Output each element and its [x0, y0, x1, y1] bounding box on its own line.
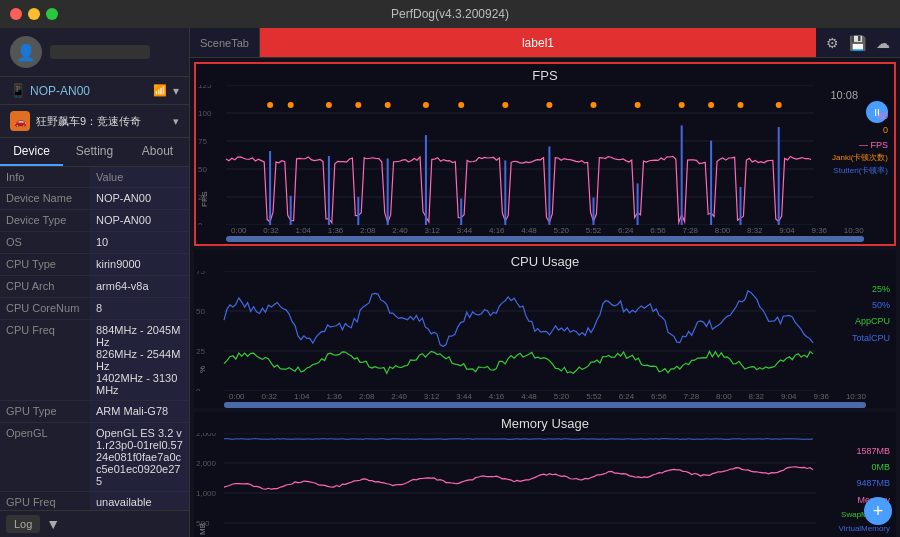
info-value: NOP-AN00: [90, 210, 189, 231]
info-label: CPU CoreNum: [0, 298, 90, 319]
xaxis-tick: 8:32: [747, 226, 763, 235]
device-dropdown-icon[interactable]: ▾: [173, 84, 179, 98]
xaxis-tick: 2:40: [391, 392, 407, 401]
memory-chart-area: MB 1587MB 0MB 9487MB Memory SwapMemory V…: [194, 433, 896, 537]
close-button[interactable]: [10, 8, 22, 20]
xaxis-tick: 4:48: [521, 226, 537, 235]
info-value: kirin9000: [90, 254, 189, 275]
info-label: OpenGL: [0, 423, 90, 491]
xaxis-tick: 4:48: [521, 392, 537, 401]
tab-device[interactable]: Device: [0, 138, 63, 166]
xaxis-tick: 10:30: [844, 226, 864, 235]
table-row: CPU CoreNum 8: [0, 298, 189, 320]
app-name: 狂野飙车9：竞速传奇: [36, 114, 141, 129]
xaxis-tick: 1:04: [296, 226, 312, 235]
app-icon: 🚗: [10, 111, 30, 131]
xaxis-tick: 2:08: [360, 226, 376, 235]
minimize-button[interactable]: [28, 8, 40, 20]
xaxis-tick: 3:12: [424, 392, 440, 401]
table-row: OS 10: [0, 232, 189, 254]
main-container: 👤 📱 NOP-AN00 📶 ▾ 🚗 狂野飙车9：竞速传奇 ▾ Device: [0, 28, 900, 537]
xaxis-tick: 5:52: [586, 226, 602, 235]
xaxis-tick: 2:08: [359, 392, 375, 401]
save-icon[interactable]: 💾: [849, 35, 866, 51]
device-selector[interactable]: 📱 NOP-AN00 📶 ▾: [0, 77, 189, 105]
info-col-header: Info: [0, 167, 90, 187]
settings-icon[interactable]: ⚙: [826, 35, 839, 51]
maximize-button[interactable]: [46, 8, 58, 20]
info-value: OpenGL ES 3.2 v1.r23p0-01rel0.5724e081f0…: [90, 423, 189, 491]
xaxis-tick: 7:28: [684, 392, 700, 401]
fps-legend-jank: Janki(卡顿次数): [832, 152, 888, 165]
app-info: 🚗 狂野飙车9：竞速传奇: [10, 111, 141, 131]
log-button[interactable]: Log: [6, 515, 40, 533]
fps-legend-fps: — FPS: [832, 138, 888, 152]
xaxis-tick: 0:32: [261, 392, 277, 401]
memory-chart-title: Memory Usage: [194, 412, 896, 433]
fps-yaxis-label: FPS: [200, 87, 209, 207]
info-value: arm64-v8a: [90, 276, 189, 297]
table-row: CPU Type kirin9000: [0, 254, 189, 276]
wifi-icon: 📶: [153, 84, 167, 97]
fps-xaxis: 0:000:321:041:362:082:403:123:444:164:48…: [196, 225, 894, 236]
mem-value3: 9487MB: [839, 475, 890, 491]
cpu-value2: 50%: [852, 297, 890, 313]
tab-setting[interactable]: Setting: [63, 138, 126, 166]
xaxis-tick: 5:52: [586, 392, 602, 401]
value-col-header: Value: [90, 167, 189, 187]
memory-chart-wrapper: Memory Usage MB 1587MB 0MB 9487MB Memory…: [194, 412, 896, 537]
cpu-legend-total: TotalCPU: [852, 330, 890, 346]
sidebar-bottom: Log ▼: [0, 510, 189, 537]
info-value: 884MHz - 2045MHz 826MHz - 2544MHz 1402MH…: [90, 320, 189, 400]
tab-about[interactable]: About: [126, 138, 189, 166]
xaxis-tick: 6:24: [619, 392, 635, 401]
info-value: unavailable: [90, 492, 189, 510]
xaxis-tick: 6:56: [651, 392, 667, 401]
app-selector[interactable]: 🚗 狂野飙车9：竞速传奇 ▾: [0, 105, 189, 138]
cpu-scrollbar-thumb[interactable]: [224, 402, 866, 408]
cpu-yaxis-label: %: [198, 273, 207, 373]
xaxis-tick: 8:00: [716, 392, 732, 401]
fps-scrollbar-thumb[interactable]: [226, 236, 864, 242]
xaxis-tick: 8:00: [715, 226, 731, 235]
xaxis-tick: 0:32: [263, 226, 279, 235]
xaxis-tick: 3:12: [425, 226, 441, 235]
mem-value1: 1587MB: [839, 443, 890, 459]
xaxis-tick: 3:44: [457, 226, 473, 235]
xaxis-tick: 9:36: [812, 226, 828, 235]
xaxis-tick: 5:20: [554, 226, 570, 235]
scene-tab-active[interactable]: label1: [260, 28, 816, 57]
avatar: 👤: [10, 36, 42, 68]
fps-chart-area: 10:08 ⏸ FPS 60 0 — FPS Janki(卡顿次数) Stutt…: [196, 85, 894, 225]
app-dropdown-icon[interactable]: ▾: [173, 115, 179, 128]
cpu-legend: 25% 50% AppCPU TotalCPU: [852, 281, 890, 346]
info-label: GPU Type: [0, 401, 90, 422]
sidebar-tabs: Device Setting About: [0, 138, 189, 167]
info-label: GPU Freq: [0, 492, 90, 510]
xaxis-tick: 2:40: [392, 226, 408, 235]
cpu-scrollbar[interactable]: [224, 402, 866, 408]
xaxis-tick: 3:44: [456, 392, 472, 401]
info-label: CPU Freq: [0, 320, 90, 400]
table-row: CPU Freq 884MHz - 2045MHz 826MHz - 2544M…: [0, 320, 189, 401]
device-name: NOP-AN00: [30, 84, 90, 98]
fps-legend-stutter: Stutteri(卡顿率): [832, 165, 888, 178]
add-chart-button[interactable]: +: [864, 497, 892, 525]
xaxis-tick: 1:04: [294, 392, 310, 401]
xaxis-tick: 6:24: [618, 226, 634, 235]
window-controls: [10, 8, 58, 20]
device-controls: 📶 ▾: [153, 84, 179, 98]
avatar-icon: 👤: [16, 43, 36, 62]
cloud-icon[interactable]: ☁: [876, 35, 890, 51]
info-label: CPU Arch: [0, 276, 90, 297]
fps-scrollbar[interactable]: [226, 236, 864, 242]
info-value: ARM Mali-G78: [90, 401, 189, 422]
xaxis-tick: 6:56: [650, 226, 666, 235]
fps-time-label: 10:08: [830, 89, 858, 101]
app-title: PerfDog(v4.3.200924): [391, 7, 509, 21]
xaxis-tick: 5:20: [554, 392, 570, 401]
xaxis-tick: 0:00: [231, 226, 247, 235]
memory-yaxis-label: MB: [198, 435, 207, 535]
scene-tab-label: SceneTab: [190, 28, 260, 57]
xaxis-tick: 7:28: [683, 226, 699, 235]
